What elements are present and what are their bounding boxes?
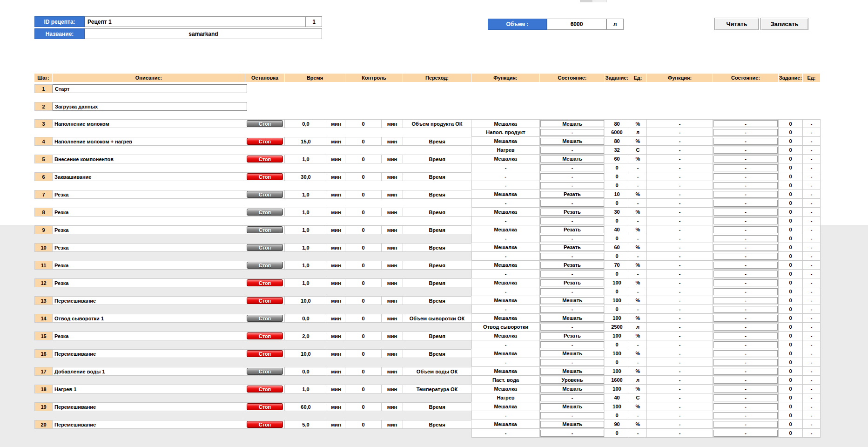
state1-box[interactable]: Резать [540, 191, 604, 198]
function1-cell[interactable]: Мешалка [471, 420, 540, 429]
setpoint1-cell[interactable]: 60 [605, 155, 629, 163]
state2-box[interactable]: - [713, 315, 778, 322]
setpoint2-cell[interactable]: 0 [779, 287, 803, 296]
state1-cell[interactable]: Уровень [540, 376, 605, 385]
time-value-cell[interactable]: 1,0 [285, 385, 327, 393]
setpoint2-cell[interactable]: 0 [779, 429, 803, 438]
function1-cell[interactable]: - [471, 270, 540, 278]
time-value-cell[interactable]: 60,0 [285, 402, 327, 411]
function2-cell[interactable]: - [647, 393, 713, 402]
state2-box[interactable]: - [713, 403, 778, 410]
state2-box[interactable]: - [713, 279, 778, 286]
transition-cell[interactable]: Время [403, 332, 471, 340]
time-value-cell[interactable]: 1,0 [285, 278, 327, 287]
state2-cell[interactable]: - [713, 270, 779, 278]
state1-box[interactable]: Мешать [540, 368, 604, 375]
state2-box[interactable]: - [713, 394, 778, 401]
state2-cell[interactable]: - [713, 190, 779, 199]
state2-box[interactable]: - [713, 324, 778, 331]
setpoint1-cell[interactable]: 80 [605, 137, 629, 146]
setpoint2-cell[interactable]: 0 [779, 385, 803, 393]
state1-cell[interactable]: - [540, 323, 605, 332]
stop-button[interactable]: Стоп [247, 297, 283, 304]
state1-box[interactable]: Мешать [540, 386, 604, 393]
control-value-cell[interactable]: 0 [345, 385, 382, 393]
stop-button[interactable]: Стоп [247, 386, 283, 393]
setpoint2-cell[interactable]: 0 [779, 172, 803, 181]
time-value-cell[interactable]: 1,0 [285, 225, 327, 234]
state1-cell[interactable]: - [540, 429, 605, 438]
stop-button[interactable]: Стоп [247, 191, 283, 198]
function2-cell[interactable]: - [647, 217, 713, 225]
state2-box[interactable]: - [713, 164, 778, 171]
time-value-cell[interactable]: 2,0 [285, 332, 327, 340]
stop-button[interactable]: Стоп [247, 350, 283, 357]
setpoint1-cell[interactable]: 30 [605, 208, 629, 217]
function2-cell[interactable]: - [647, 314, 713, 323]
state1-cell[interactable]: - [540, 172, 605, 181]
function2-cell[interactable]: - [647, 358, 713, 367]
setpoint1-cell[interactable]: 0 [605, 234, 629, 243]
state1-cell[interactable]: Мешать [540, 349, 605, 358]
state2-box[interactable]: - [713, 341, 778, 348]
function2-cell[interactable]: - [647, 385, 713, 393]
function2-cell[interactable]: - [647, 163, 713, 172]
state1-box[interactable]: Резать [540, 209, 604, 216]
state2-box[interactable]: - [713, 173, 778, 180]
function1-cell[interactable]: - [471, 163, 540, 172]
state1-cell[interactable]: - [540, 128, 605, 137]
step-description-cell[interactable]: Наполнение молоком + нагрев [53, 137, 245, 146]
setpoint2-cell[interactable]: 0 [779, 323, 803, 332]
state2-cell[interactable]: - [713, 181, 779, 190]
state2-box[interactable]: - [713, 182, 778, 189]
state1-box[interactable]: Мешать [540, 120, 604, 127]
stop-button[interactable]: Стоп [247, 368, 283, 375]
state1-cell[interactable]: - [540, 252, 605, 261]
function1-cell[interactable]: Мешалка [471, 296, 540, 305]
function2-cell[interactable]: - [647, 119, 713, 128]
step-description-cell[interactable]: Резка [53, 243, 245, 252]
setpoint1-cell[interactable]: 0 [605, 172, 629, 181]
state1-cell[interactable]: - [540, 340, 605, 349]
function1-cell[interactable]: Напол. продукт [471, 128, 540, 137]
state1-box[interactable]: - [540, 412, 604, 419]
function2-cell[interactable]: - [647, 270, 713, 278]
setpoint1-cell[interactable]: 100 [605, 349, 629, 358]
state2-cell[interactable]: - [713, 155, 779, 163]
state1-cell[interactable]: - [540, 411, 605, 420]
setpoint2-cell[interactable]: 0 [779, 393, 803, 402]
state1-cell[interactable]: - [540, 146, 605, 155]
stop-button[interactable]: Стоп [247, 156, 283, 163]
function1-cell[interactable]: Отвод сыворотки [471, 323, 540, 332]
function1-cell[interactable]: - [471, 340, 540, 349]
step-description-cell[interactable]: Наполнение молоком [53, 119, 245, 128]
function1-cell[interactable]: Мешалка [471, 243, 540, 252]
setpoint2-cell[interactable]: 0 [779, 270, 803, 278]
function2-cell[interactable]: - [647, 420, 713, 429]
step-description-cell[interactable]: Резка [53, 208, 245, 217]
state2-cell[interactable]: - [713, 367, 779, 376]
function1-cell[interactable]: Мешалка [471, 225, 540, 234]
setpoint1-cell[interactable]: 0 [605, 340, 629, 349]
state1-box[interactable]: Резать [540, 279, 604, 286]
stop-button[interactable]: Стоп [247, 120, 283, 127]
state1-box[interactable]: - [540, 430, 604, 437]
function2-cell[interactable]: - [647, 367, 713, 376]
state2-box[interactable]: - [713, 200, 778, 207]
state1-box[interactable]: Резать [540, 244, 604, 251]
state1-box[interactable]: - [540, 235, 604, 242]
function1-cell[interactable]: - [471, 234, 540, 243]
setpoint2-cell[interactable]: 0 [779, 296, 803, 305]
state1-cell[interactable]: Мешать [540, 420, 605, 429]
setpoint1-cell[interactable]: 70 [605, 261, 629, 270]
state2-box[interactable]: - [713, 244, 778, 251]
function2-cell[interactable]: - [647, 190, 713, 199]
setpoint2-cell[interactable]: 0 [779, 190, 803, 199]
state2-cell[interactable]: - [713, 358, 779, 367]
transition-cell[interactable]: Объем воды ОК [403, 367, 471, 376]
function2-cell[interactable]: - [647, 376, 713, 385]
setpoint1-cell[interactable]: 0 [605, 252, 629, 261]
control-value-cell[interactable]: 0 [345, 172, 382, 181]
step-description-input[interactable]: Старт [53, 84, 247, 93]
function2-cell[interactable]: - [647, 146, 713, 155]
